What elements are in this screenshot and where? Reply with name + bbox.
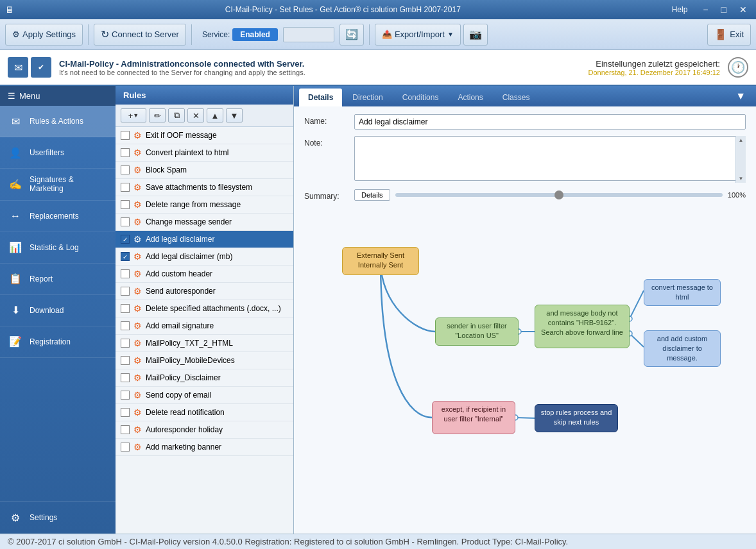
edit-rule-button[interactable]: ✏ bbox=[149, 108, 166, 122]
rule-item[interactable]: ⚙Change message sender bbox=[116, 214, 293, 231]
rule-item[interactable]: ⚙Add custom header bbox=[116, 266, 293, 283]
rule-checkbox[interactable] bbox=[121, 287, 130, 296]
flow-node-action3[interactable]: stop rules process and skip next rules bbox=[535, 404, 618, 432]
sidebar-item-report[interactable]: 📋 Report bbox=[0, 264, 116, 295]
scroll-down[interactable]: ▼ bbox=[737, 174, 745, 183]
expand-icon[interactable]: ▼ bbox=[730, 86, 751, 106]
rule-item[interactable]: ⚙Save attachments to filesystem bbox=[116, 179, 293, 196]
help-label[interactable]: Help bbox=[672, 5, 688, 14]
sidebar-item-registration[interactable]: 📝 Registration bbox=[0, 326, 116, 358]
rule-checkbox[interactable] bbox=[121, 183, 130, 192]
rule-checkbox[interactable] bbox=[121, 131, 130, 140]
rule-item[interactable]: ⚙MailPolicy_MobileDevices bbox=[116, 352, 293, 369]
tab-actions[interactable]: Actions bbox=[449, 89, 492, 106]
note-scrollbar[interactable]: ▲ ▼ bbox=[735, 136, 746, 183]
rule-item[interactable]: ✓⚙Add legal disclaimer (mb) bbox=[116, 248, 293, 266]
rule-item[interactable]: ✓⚙Add legal disclaimer bbox=[116, 231, 293, 248]
rule-gear-icon: ⚙ bbox=[133, 217, 142, 227]
infobar: ✉ ✔ CI-Mail-Policy - Administrationconso… bbox=[0, 50, 756, 86]
note-textarea[interactable] bbox=[354, 136, 746, 181]
sidebar-item-userfilters[interactable]: 👤 Userfilters bbox=[0, 137, 116, 169]
move-down-button[interactable]: ▼ bbox=[226, 108, 243, 122]
copy-rule-button[interactable]: ⧉ bbox=[168, 108, 185, 122]
rule-item[interactable]: ⚙MailPolicy_Disclaimer bbox=[116, 369, 293, 387]
connect-icon: ↻ bbox=[101, 28, 109, 40]
rule-checkbox[interactable] bbox=[121, 408, 130, 417]
rule-item[interactable]: ⚙Autoresponder holiday bbox=[116, 421, 293, 439]
close-button[interactable]: ✕ bbox=[735, 4, 751, 15]
sidebar-item-statistic[interactable]: 📊 Statistic & Log bbox=[0, 232, 116, 264]
sidebar-item-rules[interactable]: ✉ Rules & Actions bbox=[0, 106, 116, 137]
rule-checkbox[interactable] bbox=[121, 373, 130, 382]
service-slider[interactable] bbox=[283, 27, 334, 42]
sidebar-item-replacements[interactable]: ↔ Replacements bbox=[0, 201, 116, 232]
rule-checkbox[interactable] bbox=[121, 356, 130, 365]
menu-header[interactable]: ☰ Menu bbox=[0, 86, 116, 106]
rule-gear-icon: ⚙ bbox=[133, 182, 142, 192]
maximize-button[interactable]: □ bbox=[717, 4, 730, 15]
rule-item[interactable]: ⚙Exit if OOF message bbox=[116, 127, 293, 144]
rule-checkbox[interactable] bbox=[121, 269, 130, 278]
rule-item[interactable]: ⚙Block Spam bbox=[116, 162, 293, 179]
rule-item[interactable]: ⚙Convert plaintext to html bbox=[116, 144, 293, 162]
report-icon: 📋 bbox=[6, 270, 24, 288]
rule-checkbox[interactable] bbox=[121, 304, 130, 313]
refresh-button[interactable]: 🔄 bbox=[339, 24, 364, 46]
rule-checkbox[interactable] bbox=[121, 321, 130, 330]
sidebar-item-signatures[interactable]: ✍ Signatures & Marketing bbox=[0, 169, 116, 201]
export-icon: 📤 bbox=[382, 30, 392, 39]
rule-gear-icon: ⚙ bbox=[133, 199, 142, 210]
service-status-badge[interactable]: Enabled bbox=[232, 28, 278, 41]
rule-item[interactable]: ⚙Delete specified attachments (.docx, ..… bbox=[116, 300, 293, 317]
minimize-button[interactable]: − bbox=[699, 4, 712, 15]
tab-details[interactable]: Details bbox=[299, 89, 342, 106]
flow-node-filter1[interactable]: sender in user filter "Location US" bbox=[435, 317, 519, 346]
move-up-button[interactable]: ▲ bbox=[207, 108, 223, 122]
rule-item[interactable]: ⚙Add email signature bbox=[116, 317, 293, 335]
delete-rule-button[interactable]: ✕ bbox=[187, 108, 204, 122]
signatures-icon: ✍ bbox=[6, 175, 24, 193]
rule-item[interactable]: ⚙Add marketing banner bbox=[116, 439, 293, 456]
rule-checkbox[interactable] bbox=[121, 200, 130, 209]
statistic-icon: 📊 bbox=[6, 239, 24, 257]
userfilters-icon: 👤 bbox=[6, 144, 24, 162]
flow-node-filter2[interactable]: except, if recipient in user filter "Int… bbox=[432, 401, 515, 434]
rule-item[interactable]: ⚙MailPolicy_TXT_2_HTML bbox=[116, 335, 293, 352]
apply-settings-button[interactable]: ⚙ Apply Settings bbox=[5, 24, 83, 46]
rule-checkbox[interactable]: ✓ bbox=[121, 235, 130, 244]
rule-item[interactable]: ⚙Send autoresponder bbox=[116, 283, 293, 300]
tab-conditions[interactable]: Conditions bbox=[393, 89, 448, 106]
flow-node-start[interactable]: Externally Sent Internally Sent bbox=[342, 247, 419, 275]
scroll-up[interactable]: ▲ bbox=[737, 136, 745, 144]
export-import-button[interactable]: 📤 Export/Import ▼ bbox=[375, 24, 461, 46]
rule-checkbox[interactable] bbox=[121, 148, 130, 157]
exit-button[interactable]: 🚪 Exit bbox=[707, 24, 751, 46]
app-icon: 🖥 bbox=[5, 4, 14, 15]
rule-checkbox[interactable] bbox=[121, 339, 130, 348]
flow-node-action1[interactable]: convert message to html bbox=[644, 279, 721, 306]
rule-checkbox[interactable] bbox=[121, 165, 130, 174]
sidebar-item-download[interactable]: ⬇ Download bbox=[0, 295, 116, 326]
rule-checkbox[interactable] bbox=[121, 217, 130, 226]
summary-details-button[interactable]: Details bbox=[354, 189, 390, 201]
connect-server-button[interactable]: ↻ Connect to Server bbox=[94, 24, 186, 46]
rule-checkbox[interactable] bbox=[121, 391, 130, 400]
note-label: Note: bbox=[304, 136, 349, 148]
sidebar-item-settings[interactable]: ⚙ Settings bbox=[0, 502, 116, 534]
rule-checkbox[interactable] bbox=[121, 443, 130, 452]
tab-classes[interactable]: Classes bbox=[494, 89, 539, 106]
rule-item[interactable]: ⚙Delete range from message bbox=[116, 196, 293, 214]
rule-item[interactable]: ⚙Send copy of email bbox=[116, 387, 293, 404]
rule-gear-icon: ⚙ bbox=[133, 148, 142, 158]
add-rule-button[interactable]: + ▼ bbox=[121, 108, 146, 122]
flow-node-condition1[interactable]: and message body not contains "HRB-9162"… bbox=[535, 305, 630, 348]
rule-item[interactable]: ⚙Delete read notification bbox=[116, 404, 293, 421]
camera-button[interactable]: 📷 bbox=[463, 24, 488, 46]
name-input[interactable] bbox=[354, 114, 746, 130]
footer-text: © 2007-2017 ci solution GmbH - CI-Mail-P… bbox=[8, 537, 568, 546]
rule-checkbox[interactable] bbox=[121, 425, 130, 434]
tab-direction[interactable]: Direction bbox=[343, 89, 391, 106]
rule-checkbox[interactable]: ✓ bbox=[121, 252, 130, 261]
summary-slider[interactable] bbox=[395, 193, 723, 197]
flow-node-action2[interactable]: and add custom disclaimer to message. bbox=[644, 330, 721, 367]
